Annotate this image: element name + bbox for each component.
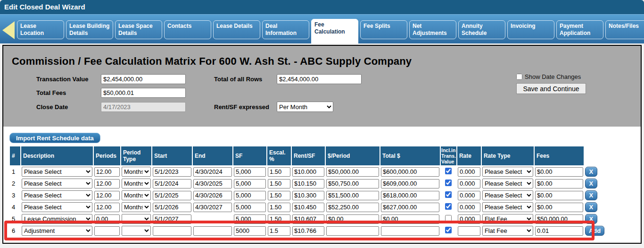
tab-lease-building-details[interactable]: Lease Building Details — [66, 20, 113, 39]
period-type-select[interactable] — [122, 226, 151, 236]
end-date-input[interactable] — [193, 191, 232, 200]
tab-fee-splits[interactable]: Fee Splits — [360, 20, 407, 39]
delete-row-button[interactable]: X — [585, 202, 597, 212]
rate-type-select[interactable]: Please Select — [482, 202, 533, 212]
period-type-select[interactable]: Months — [122, 179, 151, 188]
delete-row-button[interactable]: X — [585, 179, 597, 188]
rent-sf-input[interactable] — [292, 167, 324, 177]
sf-input[interactable] — [234, 226, 266, 236]
escalation-input[interactable] — [268, 214, 290, 224]
sf-input[interactable] — [234, 203, 266, 212]
incl-trans-value-checkbox[interactable] — [445, 191, 452, 198]
description-select[interactable]: Please Select — [22, 179, 92, 188]
total-input[interactable] — [381, 191, 439, 200]
transaction-value-input[interactable] — [101, 74, 186, 84]
description-select[interactable]: Adjustment — [22, 226, 92, 236]
period-type-select[interactable]: Months — [122, 167, 151, 177]
total-input[interactable] — [381, 203, 439, 212]
rate-type-select[interactable]: Please Select — [482, 190, 533, 200]
tab-notes-files[interactable]: Notes/Files — [605, 20, 644, 39]
rent-sf-input[interactable] — [292, 191, 324, 200]
escalation-input[interactable] — [268, 191, 290, 200]
rent-sf-expressed-select[interactable]: Per Month — [277, 102, 333, 112]
rate-input[interactable] — [458, 167, 480, 177]
show-date-changes-checkbox[interactable] — [516, 74, 522, 80]
rate-input[interactable] — [458, 226, 480, 236]
rate-type-select[interactable]: Flat Fee — [482, 214, 533, 224]
per-period-input[interactable] — [326, 226, 379, 236]
tab-fee-calculation[interactable]: Fee Calculation — [311, 19, 358, 43]
rate-input[interactable] — [458, 191, 480, 200]
incl-trans-value-checkbox[interactable] — [445, 227, 452, 233]
start-date-input[interactable] — [153, 179, 191, 188]
rent-sf-input[interactable] — [292, 179, 324, 188]
fees-input[interactable] — [535, 214, 583, 224]
per-period-input[interactable] — [326, 167, 379, 177]
sf-input[interactable] — [234, 214, 266, 224]
rate-input[interactable] — [458, 214, 480, 224]
rate-type-select[interactable]: Please Select — [482, 167, 533, 177]
per-period-input[interactable] — [326, 214, 379, 224]
tab-invoicing[interactable]: Invoicing — [507, 20, 554, 39]
incl-trans-value-checkbox[interactable] — [445, 168, 452, 174]
escalation-input[interactable] — [268, 226, 290, 236]
tab-annuity-schedule[interactable]: Annuity Schedule — [458, 20, 505, 39]
tab-lease-details[interactable]: Lease Details — [213, 20, 260, 39]
escalation-input[interactable] — [268, 167, 290, 177]
back-arrow-button[interactable] — [2, 21, 16, 40]
import-rent-schedule-button[interactable]: Import Rent Schedule data — [9, 133, 100, 143]
start-date-input[interactable] — [153, 167, 191, 177]
start-date-input[interactable] — [153, 203, 191, 212]
tab-payment-application[interactable]: Payment Application — [556, 20, 603, 39]
incl-trans-value-checkbox[interactable] — [445, 180, 452, 186]
per-period-input[interactable] — [326, 191, 379, 200]
period-type-select[interactable]: Months — [122, 202, 151, 212]
description-select[interactable]: Please Select — [22, 202, 92, 212]
end-date-input[interactable] — [193, 179, 232, 188]
rate-type-select[interactable]: Flat Fee — [482, 226, 533, 236]
tab-net-adjustments[interactable]: Net Adjustments — [409, 20, 456, 39]
per-period-input[interactable] — [326, 203, 379, 212]
description-select[interactable]: Lease Commission — [22, 214, 92, 224]
save-and-continue-button[interactable]: Save and Continue — [516, 83, 586, 94]
delete-row-button[interactable]: X — [585, 214, 597, 224]
rent-sf-input[interactable] — [292, 226, 324, 236]
tab-deal-information[interactable]: Deal Information — [262, 20, 309, 39]
rate-input[interactable] — [458, 203, 480, 212]
periods-input[interactable] — [94, 167, 120, 177]
fees-input[interactable] — [535, 179, 583, 188]
tab-contacts[interactable]: Contacts — [164, 20, 211, 39]
sf-input[interactable] — [234, 191, 266, 200]
end-date-input[interactable] — [193, 203, 232, 212]
delete-row-button[interactable]: X — [585, 167, 597, 177]
rate-input[interactable] — [458, 179, 480, 188]
period-type-select[interactable]: Months — [122, 190, 151, 200]
description-select[interactable]: Please Select — [22, 190, 92, 200]
periods-input[interactable] — [94, 203, 120, 212]
sf-input[interactable] — [234, 179, 266, 188]
periods-input[interactable] — [94, 226, 120, 236]
escalation-input[interactable] — [268, 203, 290, 212]
end-date-input[interactable] — [193, 167, 232, 177]
rate-type-select[interactable]: Please Select — [482, 179, 533, 188]
fees-input[interactable] — [535, 167, 583, 177]
total-input[interactable] — [381, 179, 439, 188]
periods-input[interactable] — [94, 179, 120, 188]
per-period-input[interactable] — [326, 179, 379, 188]
periods-input[interactable] — [94, 191, 120, 200]
total-input[interactable] — [381, 167, 439, 177]
tab-lease-location[interactable]: Lease Location — [17, 20, 64, 39]
periods-input[interactable] — [94, 214, 120, 224]
period-type-select[interactable] — [122, 214, 151, 224]
sf-input[interactable] — [234, 167, 266, 177]
description-select[interactable]: Please Select — [22, 167, 92, 177]
total-input[interactable] — [381, 214, 439, 224]
incl-trans-value-checkbox[interactable] — [445, 203, 452, 210]
start-date-input[interactable] — [153, 214, 191, 224]
rent-sf-input[interactable] — [292, 214, 324, 224]
delete-row-button[interactable]: X — [585, 190, 597, 200]
fees-input[interactable] — [535, 226, 583, 236]
rent-sf-input[interactable] — [292, 203, 324, 212]
total-of-all-rows-input[interactable] — [277, 74, 362, 84]
tab-lease-space-details[interactable]: Lease Space Details — [115, 20, 162, 39]
